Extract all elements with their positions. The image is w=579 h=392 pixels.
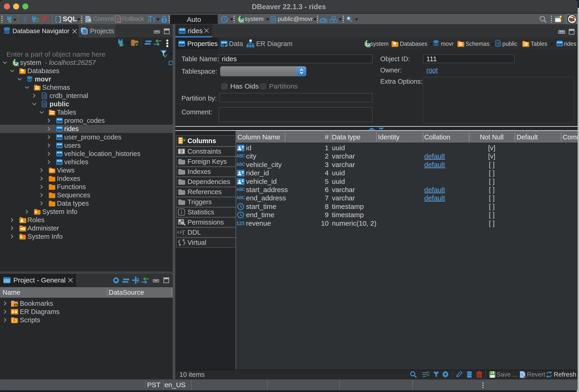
svg-text:T: T	[181, 229, 185, 236]
svg-text:i: i	[181, 209, 182, 215]
